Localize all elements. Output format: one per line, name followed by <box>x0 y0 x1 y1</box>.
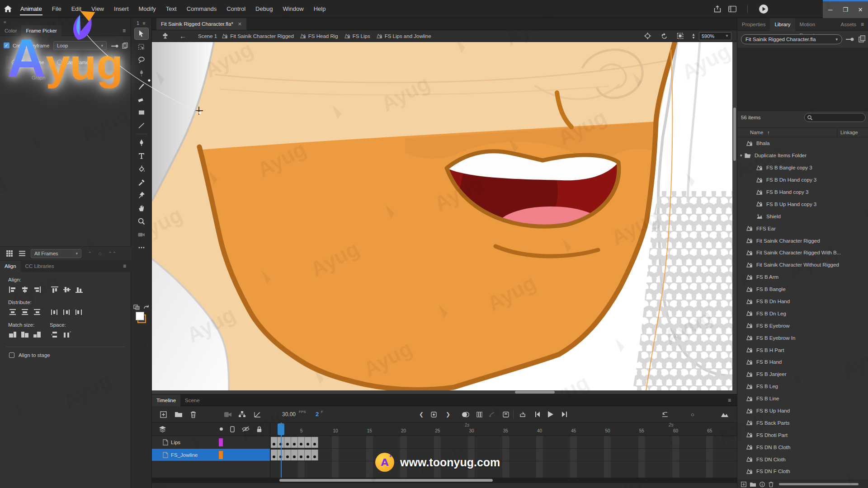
fps-value[interactable]: 30.00 <box>282 411 296 418</box>
list-view-icon[interactable] <box>19 251 25 256</box>
create-keyframe-checkbox[interactable]: ✓ <box>4 42 9 48</box>
camera-button[interactable] <box>223 409 233 419</box>
keyframe-cell[interactable] <box>305 437 311 448</box>
align-button-4[interactable] <box>49 285 60 294</box>
match-size-button-2[interactable] <box>19 330 30 339</box>
brush-tool[interactable] <box>134 80 149 92</box>
breadcrumb-item[interactable]: Fit Sainik Character Rigged <box>222 33 294 39</box>
document-close-icon[interactable]: ✕ <box>238 21 242 27</box>
menu-item-insert[interactable]: Insert <box>109 0 134 18</box>
keyframe-cell[interactable] <box>291 437 298 448</box>
library-item-fs-b-bangle[interactable]: FS B Bangle <box>737 283 868 296</box>
library-item-fit-sainik-character-rigged[interactable]: Fit Sainik Character Rigged <box>737 235 868 247</box>
selection-tool[interactable] <box>134 28 149 40</box>
library-item-fs-b-up-hand-copy-3[interactable]: FS B Up Hand copy 3 <box>737 198 868 210</box>
distribute-button-3[interactable] <box>32 308 42 317</box>
new-folder-icon[interactable] <box>750 482 756 487</box>
align-to-stage-checkbox[interactable] <box>9 352 14 358</box>
tab-scene[interactable]: Scene <box>180 394 204 406</box>
keyframe-cell[interactable] <box>271 450 278 460</box>
step-back-icon[interactable] <box>533 409 542 419</box>
new-folder-button[interactable] <box>174 409 184 419</box>
menu-item-modify[interactable]: Modify <box>134 0 161 18</box>
keyframe-cell[interactable] <box>291 450 298 460</box>
menu-item-help[interactable]: Help <box>309 0 331 18</box>
layer-frames-row[interactable] <box>270 436 737 449</box>
back-arrow-icon[interactable]: ← <box>179 32 186 40</box>
layer-color-swatch[interactable] <box>219 438 223 446</box>
collapse-dock-icon[interactable]: « <box>4 19 6 24</box>
camera-tool[interactable] <box>134 228 149 240</box>
first-frame-radio[interactable] <box>12 60 17 65</box>
library-search-input[interactable] <box>812 114 858 121</box>
zoom-level-select[interactable]: 590% ▼ <box>699 32 731 40</box>
loop-playback-icon[interactable] <box>517 409 527 419</box>
highlight-layers-icon[interactable] <box>220 427 223 431</box>
copy-icon[interactable] <box>122 42 128 49</box>
insert-keyframe-icon[interactable] <box>429 409 439 419</box>
keyframe-cell[interactable] <box>284 450 291 460</box>
new-library-panel-icon[interactable] <box>859 35 865 42</box>
show-hide-icon[interactable] <box>242 426 250 432</box>
zoom-stepper[interactable]: ▲▼ <box>692 33 695 39</box>
tools-menu-icon[interactable]: ≡ <box>143 21 146 26</box>
library-item-shield[interactable]: Shield <box>737 210 868 222</box>
onion-skin-outlines-icon[interactable] <box>474 409 484 419</box>
tab-properties[interactable]: Properties <box>737 19 770 30</box>
stage-hscroll-thumb[interactable] <box>515 391 555 394</box>
library-item-fs-b-h-part[interactable]: FS B H Part <box>737 344 868 356</box>
pen-tool[interactable] <box>134 136 149 149</box>
menu-item-text[interactable]: Text <box>161 0 182 18</box>
library-document-select[interactable]: Fit Sainik Rigged Character.fla ▾ <box>741 34 842 44</box>
test-movie-icon[interactable] <box>759 4 769 14</box>
library-item-fs-b-up-hand[interactable]: FS B Up Hand <box>737 405 868 417</box>
timeline-hscroll-thumb[interactable] <box>279 479 493 482</box>
library-item-fit-sainik-character-rigged-with-b-[interactable]: Fit Sainik Character Rigged With B... <box>737 247 868 259</box>
library-item-fs-b-leg[interactable]: FS B Leg <box>737 380 868 393</box>
parenting-view-button[interactable] <box>237 409 247 419</box>
keyframe-cell[interactable] <box>311 450 318 460</box>
menu-item-file[interactable]: File <box>47 0 66 18</box>
tab-assets[interactable]: Assets <box>836 19 861 30</box>
library-item-fs-dn-f-cloth[interactable]: FS DN F Cloth <box>737 465 868 478</box>
layer-row-lips[interactable]: Lips <box>152 436 270 449</box>
insert-frame-icon[interactable] <box>501 409 511 419</box>
library-item-fit-sainik-character-without-rigged[interactable]: Fit Sainik Character Without Rigged <box>737 259 868 271</box>
current-frame-value[interactable]: 2 <box>316 411 319 418</box>
library-item-fs-b-arm[interactable]: FS B Arm <box>737 271 868 283</box>
pin-icon[interactable] <box>111 44 118 48</box>
stage-vscroll-thumb[interactable] <box>733 108 736 161</box>
paint-bucket-tool[interactable] <box>134 163 149 175</box>
library-item-duplicate-items-folder[interactable]: ▾Duplicate Items Folder <box>737 150 868 162</box>
library-item-fs-b-line[interactable]: FS B Line <box>737 393 868 405</box>
rotate-icon[interactable] <box>143 305 149 310</box>
timeline-menu-icon[interactable]: ≡ <box>728 397 737 404</box>
menu-item-window[interactable]: Window <box>278 0 308 18</box>
edit-symbols-icon[interactable] <box>162 33 169 39</box>
library-name-column[interactable]: Name <box>750 130 763 135</box>
distribute-button-5[interactable] <box>61 308 72 317</box>
menu-item-view[interactable]: View <box>86 0 109 18</box>
eraser-tool[interactable] <box>134 93 149 105</box>
library-item-fs-b-dn-leg[interactable]: FS B Dn Leg <box>737 307 868 319</box>
library-item-fs-b-dn-hand[interactable]: FS B Dn Hand <box>737 296 868 308</box>
rotate-canvas-icon[interactable] <box>660 33 668 39</box>
library-item-fs-b-janjeer[interactable]: FS B Janjeer <box>737 368 868 380</box>
library-item-fs-b-bangle-copy-3[interactable]: FS B Bangle copy 3 <box>737 162 868 174</box>
align-panel-menu-icon[interactable]: ≡ <box>123 263 131 269</box>
last-frame-radio[interactable] <box>57 60 62 65</box>
keyframe-cell[interactable] <box>298 450 305 460</box>
keyframe-cell[interactable] <box>298 437 305 448</box>
library-item-fs-dhoti-part[interactable]: FS Dhoti Part <box>737 429 868 441</box>
more-tools-tool[interactable] <box>134 241 149 253</box>
space-button-1[interactable] <box>50 330 61 339</box>
align-button-3[interactable] <box>32 285 42 294</box>
tab-color[interactable]: Color <box>0 25 21 36</box>
grid-view-icon[interactable] <box>6 250 13 257</box>
match-size-button-1[interactable] <box>7 330 18 339</box>
zoom-tool[interactable] <box>134 215 149 227</box>
lock-icon[interactable] <box>257 426 262 432</box>
rectangle-tool[interactable] <box>134 106 149 118</box>
keyframe-cell[interactable] <box>305 450 311 460</box>
delete-layer-button[interactable] <box>188 409 198 419</box>
